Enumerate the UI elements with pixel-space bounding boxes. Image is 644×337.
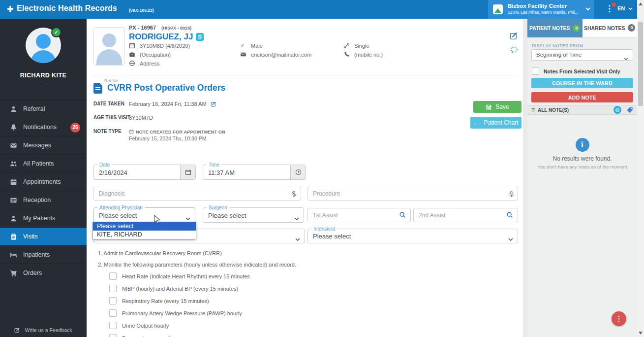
tab-patient-notes[interactable]: PATIENT NOTES 0 xyxy=(527,19,583,37)
dropdown-option[interactable]: KITE, RICHARD xyxy=(93,231,196,239)
checkbox[interactable] xyxy=(109,309,117,317)
intensivist-select[interactable]: Intensivist Please select xyxy=(307,229,518,243)
date-field[interactable]: Date 2/16/2024 xyxy=(93,165,196,180)
display-notes-from-select[interactable]: Beginning of Time xyxy=(531,49,633,61)
window-scrollbar[interactable] xyxy=(637,0,644,337)
edit-patient-icon[interactable] xyxy=(510,32,518,40)
scroll-up-arrow[interactable] xyxy=(639,2,643,5)
sidebar-item-my-patients[interactable]: My Patients xyxy=(0,209,87,227)
envelope-icon xyxy=(240,51,246,58)
sidebar-item-messages[interactable]: Messages xyxy=(0,136,87,154)
user-avatar[interactable]: ✓ xyxy=(26,28,61,63)
tag-icon[interactable] xyxy=(626,106,633,113)
display-notes-from-label: DISPLAY NOTES FROM xyxy=(532,43,583,48)
top-header: ✚ Electronic Health Records (v9.0.105.23… xyxy=(0,0,644,19)
mic-off-icon[interactable] xyxy=(291,190,298,197)
patient-name: RODRIGUEZ, JJ@ xyxy=(129,32,204,42)
chevron-down-icon xyxy=(585,7,590,11)
cart-icon xyxy=(10,270,17,277)
checkbox[interactable] xyxy=(109,285,117,292)
procedure-input[interactable] xyxy=(307,187,518,201)
checkbox-label: Pulmonary Artery Wedge Pressure (PAWP) h… xyxy=(122,310,242,316)
edit-date-icon[interactable] xyxy=(211,101,216,107)
sidebar-item-orders[interactable]: Orders xyxy=(0,264,87,282)
tab-badge: 0 xyxy=(628,24,635,32)
visit-only-checkbox-row: Notes From Selected Visit Only xyxy=(532,67,620,75)
tab-label: SHARED NOTES xyxy=(584,25,625,31)
chevron-down-icon xyxy=(295,235,300,243)
sidebar-item-label: Orders xyxy=(23,270,42,276)
display-notes-from-value: Beginning of Time xyxy=(536,52,582,58)
checkbox-row: Heart Rate (Indicate Heart Rhythm) every… xyxy=(109,272,250,280)
phone-icon xyxy=(343,51,350,58)
attending-physician-select[interactable]: Attending Physician Please select xyxy=(93,207,195,223)
checkbox[interactable] xyxy=(109,297,117,304)
scrollbar-thumb[interactable] xyxy=(638,22,643,106)
sidebar-item-visits[interactable]: Visits xyxy=(0,227,87,245)
search-icon[interactable] xyxy=(506,211,513,218)
time-picker-button[interactable] xyxy=(290,165,306,179)
chevron-down-icon xyxy=(185,214,190,223)
diagnosis-input[interactable] xyxy=(93,187,301,201)
sidebar-item-all-patients[interactable]: All Patients xyxy=(0,154,87,172)
checkbox[interactable] xyxy=(532,67,539,75)
sidebar-item-reception[interactable]: Reception xyxy=(0,191,87,209)
surgeon-label: Surgeon xyxy=(207,204,229,211)
search-icon[interactable] xyxy=(399,211,406,218)
ehr-app: ✚ Electronic Health Records (v9.0.105.23… xyxy=(0,0,644,337)
tab-shared-notes[interactable]: SHARED NOTES 0 xyxy=(583,19,638,37)
sidebar-menu: Referral Notifications 25 Messages All P… xyxy=(0,100,87,282)
save-button[interactable]: Save xyxy=(473,101,521,113)
sidebar-item-notifications[interactable]: Notifications 25 xyxy=(0,118,87,136)
floating-action-button[interactable]: ⋮ xyxy=(612,311,626,326)
notifications-badge: 25 xyxy=(70,123,80,133)
at-badge-icon[interactable]: @ xyxy=(196,33,204,41)
sidebar-item-inpatients[interactable]: Inpatients xyxy=(0,245,87,264)
divider xyxy=(93,75,518,75)
user-icon xyxy=(10,105,17,113)
all-notes-bar: ≡ ALL NOTE(S) @ xyxy=(527,105,637,115)
user-name: RICHARD KITE xyxy=(0,72,87,79)
sidebar-item-referral[interactable]: Referral xyxy=(0,100,87,118)
add-note-button[interactable]: ADD NOTE xyxy=(531,92,633,102)
calendar-icon xyxy=(10,178,17,186)
user-subtitle: -- xyxy=(0,83,87,88)
time-field[interactable]: Time 11:37 AM xyxy=(203,165,306,180)
order-item: 2. Monitor the following parameters (hou… xyxy=(98,262,296,268)
checkbox[interactable] xyxy=(109,272,117,280)
second-assist-input[interactable] xyxy=(413,208,518,222)
sidebar-item-label: Reception xyxy=(23,197,51,203)
sidebar-item-label: My Patients xyxy=(23,215,55,222)
chat-bubble-icon[interactable] xyxy=(510,46,519,54)
checkbox[interactable] xyxy=(109,322,117,329)
at-filter-icon[interactable]: @ xyxy=(613,106,621,114)
surgeon-select[interactable]: Surgeon Please select xyxy=(203,207,304,223)
patient-occupation-text: (Occupation) xyxy=(140,52,171,58)
scroll-down-arrow[interactable] xyxy=(639,332,643,335)
patient-email: erickson@mailinator.com xyxy=(240,51,311,58)
floppy-icon xyxy=(486,104,492,110)
feedback-link[interactable]: Write us a Feedback xyxy=(0,327,87,333)
dropdown-option[interactable]: Please select xyxy=(93,222,196,231)
date-taken-text: February 16, 2024 Fri, 11:38 AM xyxy=(129,101,207,107)
sidebar-item-label: Referral xyxy=(23,105,45,112)
checkbox[interactable] xyxy=(109,334,117,337)
order-item: 1. Admit to Cardiovascular Recovery Room… xyxy=(98,250,222,256)
language-selector[interactable]: EN xyxy=(617,5,633,11)
mic-off-icon[interactable] xyxy=(508,190,515,197)
visit-only-label: Notes From Selected Visit Only xyxy=(544,68,620,74)
first-assist-input[interactable] xyxy=(307,208,411,222)
attending-physician-value: Please select xyxy=(99,211,137,219)
globe-icon xyxy=(129,60,135,67)
checkbox-label: Respiratory Rate (every 15 minutes) xyxy=(122,298,209,304)
chevron-down-icon xyxy=(508,235,513,243)
sidebar-item-appointments[interactable]: Appointments xyxy=(0,172,87,191)
facility-selector[interactable]: Bizbox Facility Center 12345 Las Piñas, … xyxy=(488,0,594,19)
empty-state: i No results were found. You don't have … xyxy=(527,138,637,169)
pencil-icon xyxy=(14,327,20,333)
patient-photo xyxy=(93,27,125,66)
clipboard-icon xyxy=(10,233,17,240)
calendar-picker-button[interactable] xyxy=(180,165,195,179)
course-in-ward-button[interactable]: COURSE IN THE WARD xyxy=(531,78,633,88)
patient-chart-button[interactable]: ← Patient Chart xyxy=(470,117,521,129)
